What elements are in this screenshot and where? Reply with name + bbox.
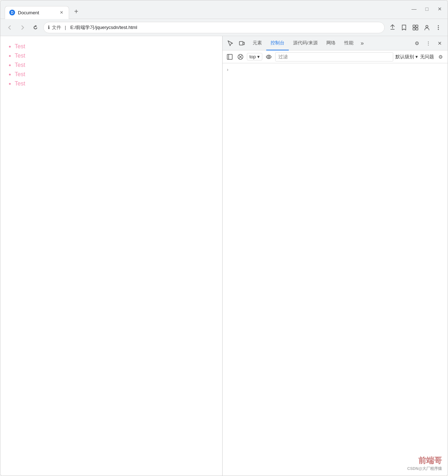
list-item: Test — [15, 80, 215, 87]
watermark-subtext: CSDN@大厂程序猿 — [407, 466, 442, 471]
svg-rect-10 — [239, 41, 243, 45]
console-sidebar-icon[interactable] — [225, 53, 234, 61]
devtools-toolbar: 元素 控制台 源代码/来源 网络 性能 » — [223, 36, 448, 50]
watermark: 前端哥 CSDN@大厂程序猿 — [407, 455, 442, 471]
svg-rect-4 — [413, 28, 415, 30]
tab-title: Document — [18, 10, 39, 15]
tab-performance[interactable]: 性能 — [340, 36, 358, 50]
secure-icon: ℹ — [48, 25, 50, 30]
top-context-selector[interactable]: top ▾ — [247, 53, 262, 60]
log-level-selector[interactable]: 默认级别 ▾ — [395, 54, 418, 60]
close-button[interactable]: ✕ — [436, 5, 443, 13]
tab-network[interactable]: 网络 — [322, 36, 340, 50]
svg-rect-12 — [227, 54, 232, 59]
top-arrow-icon: ▾ — [257, 54, 260, 59]
console-filter-input[interactable] — [275, 52, 393, 62]
devtools-more-icon[interactable]: ⋮ — [423, 38, 433, 48]
console-toolbar: top ▾ 默认级别 ▾ 无问题 ⚙ — [223, 50, 448, 63]
list-item: Test — [15, 53, 215, 59]
forward-button[interactable] — [18, 23, 28, 33]
inspect-element-icon[interactable] — [225, 38, 235, 48]
svg-point-6 — [426, 25, 428, 28]
more-tabs-button[interactable]: » — [358, 36, 367, 50]
address-bar[interactable]: ℹ 文件 | E:/前端学习/jquerycsdn/test.html — [43, 22, 385, 33]
level-label: 默认级别 — [395, 54, 414, 60]
tab-console[interactable]: 控制台 — [266, 36, 289, 50]
reload-button[interactable] — [30, 23, 40, 33]
maximize-button[interactable]: □ — [423, 5, 430, 13]
tab-sources[interactable]: 源代码/来源 — [289, 36, 322, 50]
minimize-button[interactable]: — — [410, 5, 418, 13]
devtools-close-icon[interactable]: ✕ — [435, 38, 445, 48]
list-item: Test — [15, 43, 215, 50]
console-eye-icon[interactable] — [264, 53, 273, 61]
browser-tab[interactable]: D Document ✕ — [5, 6, 69, 19]
devtools-panel: 元素 控制台 源代码/来源 网络 性能 » — [222, 36, 448, 476]
new-tab-button[interactable]: + — [70, 6, 82, 18]
menu-icon[interactable] — [433, 23, 443, 33]
svg-point-17 — [268, 56, 270, 58]
svg-rect-5 — [416, 28, 418, 30]
svg-rect-11 — [243, 42, 244, 45]
svg-text:D: D — [11, 11, 13, 15]
console-clear-icon[interactable] — [236, 53, 245, 61]
svg-rect-3 — [416, 25, 418, 27]
level-arrow-icon: ▾ — [415, 54, 418, 59]
back-button[interactable] — [5, 23, 15, 33]
svg-point-7 — [438, 25, 439, 26]
svg-rect-2 — [413, 25, 415, 27]
share-icon[interactable] — [388, 23, 398, 33]
watermark-text: 前端哥 — [407, 455, 442, 466]
address-separator: | — [65, 25, 66, 30]
tab-close-button[interactable]: ✕ — [59, 10, 64, 15]
tab-elements[interactable]: 元素 — [248, 36, 266, 50]
list-item: Test — [15, 62, 215, 68]
address-prefix: 文件 — [52, 24, 61, 31]
test-list: Test Test Test Test Test — [8, 43, 215, 87]
no-issues-label: 无问题 — [420, 54, 434, 60]
top-label: top — [249, 54, 256, 59]
tab-favicon: D — [9, 10, 15, 15]
console-expand-arrow[interactable]: › — [225, 66, 230, 73]
devtools-settings-icon[interactable]: ⚙ — [412, 38, 422, 48]
svg-point-8 — [438, 27, 439, 28]
console-content: › — [223, 63, 448, 476]
list-item: Test — [15, 71, 215, 78]
extension-icon[interactable] — [410, 23, 420, 33]
profile-icon[interactable] — [422, 23, 432, 33]
devtools-tabs: 元素 控制台 源代码/来源 网络 性能 » — [248, 36, 410, 50]
device-toolbar-icon[interactable] — [237, 38, 247, 48]
address-url: E:/前端学习/jquerycsdn/test.html — [70, 24, 137, 31]
devtools-tab-actions: ⚙ ⋮ ✕ — [412, 38, 445, 48]
bookmark-icon[interactable] — [399, 23, 409, 33]
svg-point-9 — [438, 29, 439, 30]
console-settings-icon[interactable]: ⚙ — [436, 53, 445, 61]
page-panel: Test Test Test Test Test — [0, 36, 222, 476]
